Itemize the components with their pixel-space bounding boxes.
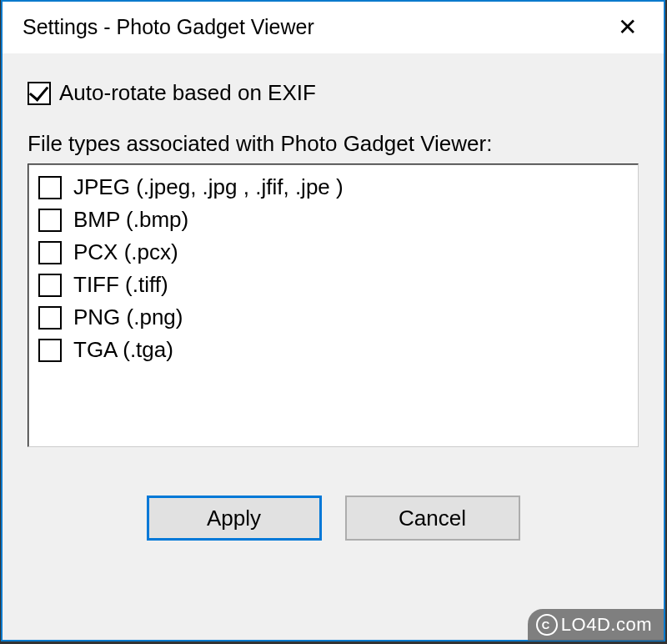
window-title: Settings - Photo Gadget Viewer [23,15,314,39]
list-item[interactable]: JPEG (.jpeg, .jpg , .jfif, .jpe ) [38,171,628,204]
filetype-checkbox-tga[interactable] [38,339,62,362]
filetype-label: TGA (.tga) [73,337,173,363]
watermark: C LO4D.com [528,609,664,641]
titlebar: Settings - Photo Gadget Viewer ✕ [3,2,664,53]
file-types-listbox[interactable]: JPEG (.jpeg, .jpg , .jfif, .jpe ) BMP (.… [28,164,639,447]
list-item[interactable]: TGA (.tga) [38,334,628,366]
filetype-label: BMP (.bmp) [73,207,188,233]
auto-rotate-row[interactable]: Auto-rotate based on EXIF [28,80,639,106]
copyright-icon: C [542,619,550,631]
watermark-text: LO4D.com [561,614,652,635]
list-item[interactable]: PCX (.pcx) [38,236,628,269]
filetype-checkbox-pcx[interactable] [38,241,62,264]
filetype-checkbox-bmp[interactable] [38,209,62,232]
filetype-checkbox-jpeg[interactable] [38,176,62,199]
file-types-label: File types associated with Photo Gadget … [28,131,639,157]
settings-window: Settings - Photo Gadget Viewer ✕ Auto-ro… [1,0,665,641]
button-row: Apply Cancel [28,496,639,541]
filetype-label: PCX (.pcx) [73,239,178,265]
list-item[interactable]: TIFF (.tiff) [38,269,628,301]
filetype-label: PNG (.png) [73,304,183,330]
list-item[interactable]: BMP (.bmp) [38,204,628,236]
auto-rotate-label: Auto-rotate based on EXIF [59,80,316,106]
filetype-label: JPEG (.jpeg, .jpg , .jfif, .jpe ) [73,174,344,200]
filetype-label: TIFF (.tiff) [73,272,168,298]
apply-button[interactable]: Apply [147,496,322,541]
window-content: Auto-rotate based on EXIF File types ass… [3,53,664,640]
auto-rotate-checkbox[interactable] [28,82,51,105]
list-item[interactable]: PNG (.png) [38,301,628,334]
close-icon[interactable]: ✕ [608,13,647,43]
filetype-checkbox-png[interactable] [38,306,62,330]
cancel-button[interactable]: Cancel [345,496,520,541]
filetype-checkbox-tiff[interactable] [38,274,62,297]
